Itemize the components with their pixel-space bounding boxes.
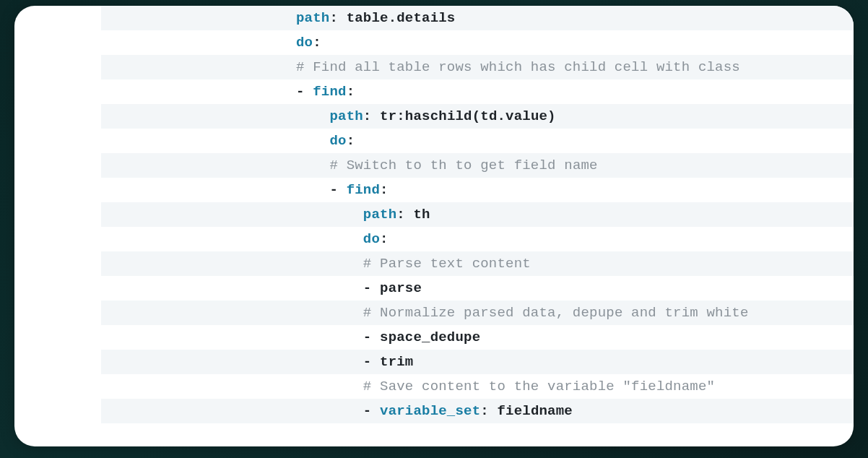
token-dash: - bbox=[363, 280, 380, 296]
token-key: do bbox=[296, 35, 313, 51]
token-key: path bbox=[296, 10, 329, 26]
token-colon: : bbox=[396, 207, 413, 222]
code-line: # Find all table rows which has child ce… bbox=[101, 55, 854, 79]
token-text: th bbox=[413, 207, 430, 222]
indent bbox=[296, 231, 363, 247]
indent bbox=[296, 133, 329, 149]
code-block: path: table.detailsdo:# Find all table r… bbox=[101, 6, 854, 446]
code-line: # Switch to th to get field name bbox=[101, 153, 854, 178]
token-comment: # Parse text content bbox=[363, 256, 531, 272]
token-colon: : bbox=[480, 403, 497, 419]
token-text: trim bbox=[380, 354, 413, 370]
code-line: - find: bbox=[101, 79, 854, 104]
indent bbox=[296, 403, 363, 419]
token-comment: # Save content to the variable "fieldnam… bbox=[363, 379, 715, 394]
token-colon: : bbox=[313, 35, 321, 51]
code-line: path: th bbox=[101, 202, 854, 227]
token-text: parse bbox=[380, 280, 422, 296]
code-line: # Save content to the variable "fieldnam… bbox=[101, 374, 854, 399]
token-comment: # Switch to th to get field name bbox=[329, 157, 597, 173]
code-line: - trim bbox=[101, 350, 854, 374]
token-key: path bbox=[363, 207, 396, 222]
token-dash: - bbox=[363, 329, 380, 345]
token-colon: : bbox=[363, 108, 380, 124]
token-colon: : bbox=[380, 231, 389, 247]
indent bbox=[296, 305, 363, 321]
token-text: fieldname bbox=[498, 403, 573, 419]
token-key: do bbox=[363, 231, 380, 247]
token-comment: # Find all table rows which has child ce… bbox=[296, 59, 740, 75]
code-line: do: bbox=[101, 227, 854, 251]
code-card: path: table.detailsdo:# Find all table r… bbox=[14, 6, 854, 446]
indent bbox=[296, 329, 363, 345]
token-text: space_dedupe bbox=[380, 329, 480, 345]
indent bbox=[296, 256, 363, 272]
indent bbox=[296, 280, 363, 296]
code-line: - space_dedupe bbox=[101, 325, 854, 350]
indent bbox=[296, 379, 363, 394]
token-dash: - bbox=[329, 182, 346, 198]
token-dash: - bbox=[363, 354, 380, 370]
token-colon: : bbox=[347, 133, 355, 149]
indent bbox=[296, 182, 329, 198]
token-key: find bbox=[313, 84, 346, 100]
code-line: path: tr:haschild(td.value) bbox=[101, 104, 854, 129]
code-line: - parse bbox=[101, 276, 854, 301]
token-dash: - bbox=[296, 84, 313, 100]
token-key: find bbox=[347, 182, 380, 198]
token-key: do bbox=[329, 133, 346, 149]
code-line: path: table.details bbox=[101, 6, 854, 30]
indent bbox=[296, 354, 363, 370]
token-comment: # Normalize parsed data, depupe and trim… bbox=[363, 305, 749, 321]
code-line: # Normalize parsed data, depupe and trim… bbox=[101, 301, 854, 325]
token-text: tr:haschild(td.value) bbox=[380, 108, 556, 124]
indent bbox=[296, 108, 329, 124]
code-line: - find: bbox=[101, 178, 854, 202]
token-colon: : bbox=[347, 84, 355, 100]
indent bbox=[296, 207, 363, 222]
token-colon: : bbox=[329, 10, 346, 26]
token-dash: - bbox=[363, 403, 380, 419]
code-line: do: bbox=[101, 30, 854, 55]
code-line: - variable_set: fieldname bbox=[101, 399, 854, 423]
token-text: table.details bbox=[347, 10, 456, 26]
indent bbox=[296, 157, 329, 173]
code-line: # Parse text content bbox=[101, 251, 854, 276]
token-key: path bbox=[329, 108, 363, 124]
code-line: do: bbox=[101, 129, 854, 153]
token-colon: : bbox=[380, 182, 389, 198]
token-key: variable_set bbox=[380, 403, 480, 419]
